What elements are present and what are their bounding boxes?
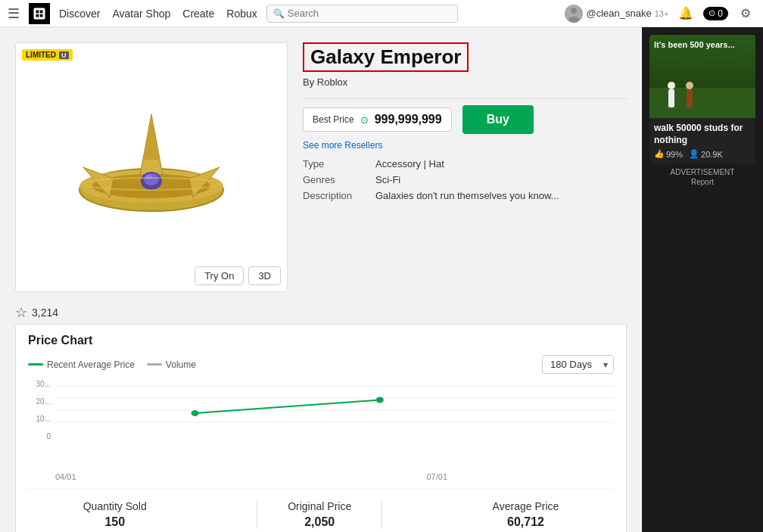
u-badge: U [59, 51, 69, 59]
settings-icon[interactable]: ⚙ [736, 4, 755, 23]
robux-icon: ⊙ [708, 8, 715, 18]
genres-row: Genres Sci-Fi [303, 174, 627, 185]
players-icon: 👤 [689, 149, 699, 159]
best-price-label: Best Price [313, 114, 354, 125]
user-age: 13+ [655, 9, 669, 18]
quantity-sold-value: 150 [104, 515, 125, 529]
ad-likes-value: 99% [666, 150, 683, 159]
svg-rect-0 [34, 8, 45, 19]
nav-create[interactable]: Create [182, 8, 214, 20]
item-info: Galaxy Emperor By Roblox Best Price ⊙ 99… [303, 42, 627, 292]
days-selector[interactable]: 180 Days 90 Days 30 Days [542, 355, 614, 374]
x-label-apr: 04/01 [55, 472, 76, 481]
svg-point-22 [192, 410, 199, 416]
price-chart-section: Price Chart Recent Average Price Volume … [15, 324, 627, 532]
avatar [565, 5, 583, 23]
type-row: Type Accessory | Hat [303, 158, 627, 170]
svg-rect-3 [36, 14, 39, 17]
robux-count: 0 [718, 8, 723, 19]
chart-title: Price Chart [28, 334, 614, 347]
robux-icon: ⊙ [360, 114, 369, 126]
content-area: LIMITED U [0, 27, 642, 532]
svg-point-15 [144, 173, 159, 185]
legend-vol: Volume [147, 359, 196, 370]
stats-row: Quantity Sold 150 Original Price 2,050 A… [28, 489, 614, 532]
svg-point-6 [568, 17, 579, 23]
ad-title: It's been 500 years... [654, 39, 735, 50]
item-image-box: LIMITED U [15, 42, 288, 292]
svg-rect-4 [40, 14, 43, 17]
item-creator: By Roblox [303, 76, 627, 88]
svg-rect-2 [40, 10, 43, 13]
username: @clean_snake [586, 8, 651, 19]
description-row: Description Galaxies don't run themselve… [303, 190, 627, 201]
y-label-30: 30... [28, 380, 51, 388]
quantity-sold-label: Quantity Sold [83, 500, 147, 512]
price-value: 999,999,999 [375, 113, 442, 126]
top-navigation: ☰ Discover Avatar Shop Create Robux 🔍 @c… [0, 0, 763, 27]
user-profile[interactable]: @clean_snake 13+ [565, 5, 668, 23]
nav-discover[interactable]: Discover [59, 8, 100, 20]
3d-button[interactable]: 3D [248, 266, 281, 285]
legend-vol-label: Volume [166, 359, 196, 370]
main-layout: LIMITED U [0, 27, 763, 532]
chart-legend: Recent Average Price Volume [28, 359, 196, 370]
search-input[interactable] [288, 8, 451, 19]
search-bar[interactable]: 🔍 [266, 5, 458, 23]
roblox-logo[interactable] [29, 3, 50, 24]
genres-label: Genres [303, 174, 363, 185]
svg-point-16 [146, 175, 152, 179]
legend-green-line [28, 363, 43, 366]
see-resellers-link[interactable]: See more Resellers [303, 140, 627, 151]
thumbs-up-icon: 👍 [654, 149, 665, 159]
nav-avatar-shop[interactable]: Avatar Shop [112, 8, 170, 20]
limited-badge: LIMITED U [22, 49, 73, 61]
stat-average-price: Average Price 60,712 [493, 500, 559, 529]
svg-point-5 [571, 8, 577, 14]
stat-original-price: Original Price 2,050 [257, 500, 382, 529]
item-title: Galaxy Emperor [303, 42, 469, 72]
menu-icon[interactable]: ☰ [8, 5, 20, 22]
chart-y-labels: 30... 20... 10... 0 [28, 380, 51, 440]
search-icon: 🔍 [273, 8, 285, 19]
chart-x-labels: 04/01 07/01 [55, 472, 614, 481]
ad-sidebar: It's been 500 years... walk 50000 studs … [642, 27, 763, 532]
genres-value: Sci-Fi [375, 174, 400, 185]
description-value: Galaxies don't run themselves you know..… [375, 190, 559, 201]
buy-button[interactable]: Buy [462, 105, 534, 134]
y-label-0: 0 [28, 432, 51, 440]
average-price-value: 60,712 [507, 515, 544, 529]
item-3d-controls: Try On 3D [195, 266, 281, 285]
star-icon[interactable]: ☆ [15, 304, 27, 321]
svg-marker-11 [144, 114, 159, 160]
ad-likes: 👍 99% [654, 149, 683, 159]
ad-footer: walk 50000 studs for nothing 👍 99% 👤 20.… [649, 118, 755, 163]
stat-quantity-sold: Quantity Sold 150 [83, 500, 147, 529]
ad-players: 👤 20.9K [689, 149, 723, 159]
description-label: Description [303, 190, 363, 201]
legend-avg-label: Recent Average Price [47, 359, 135, 370]
ad-report-link[interactable]: Report [691, 178, 714, 186]
item-header: LIMITED U [15, 35, 627, 300]
try-on-button[interactable]: Try On [195, 266, 244, 285]
svg-point-23 [376, 397, 384, 403]
price-box: Best Price ⊙ 999,999,999 [303, 107, 452, 132]
legend-gray-line [147, 363, 162, 366]
nav-links: Discover Avatar Shop Create Robux [59, 8, 257, 20]
ad-figures [665, 82, 696, 112]
days-select[interactable]: 180 Days 90 Days 30 Days [542, 355, 614, 374]
ad-players-value: 20.9K [701, 150, 723, 159]
svg-rect-1 [36, 10, 39, 13]
ad-box: It's been 500 years... walk 50000 studs … [649, 35, 755, 163]
ad-stats: 👍 99% 👤 20.9K [654, 149, 751, 159]
type-value: Accessory | Hat [375, 158, 444, 170]
ad-label: ADVERTISEMENT [671, 168, 735, 176]
robux-badge[interactable]: ⊙ 0 [703, 7, 728, 20]
price-row: Best Price ⊙ 999,999,999 Buy [303, 105, 627, 134]
notifications-icon[interactable]: 🔔 [676, 4, 696, 23]
y-label-20: 20... [28, 397, 51, 406]
nav-right: @clean_snake 13+ 🔔 ⊙ 0 ⚙ [565, 4, 755, 23]
chart-svg [55, 380, 614, 440]
nav-robux[interactable]: Robux [226, 8, 257, 20]
original-price-value: 2,050 [304, 515, 335, 529]
